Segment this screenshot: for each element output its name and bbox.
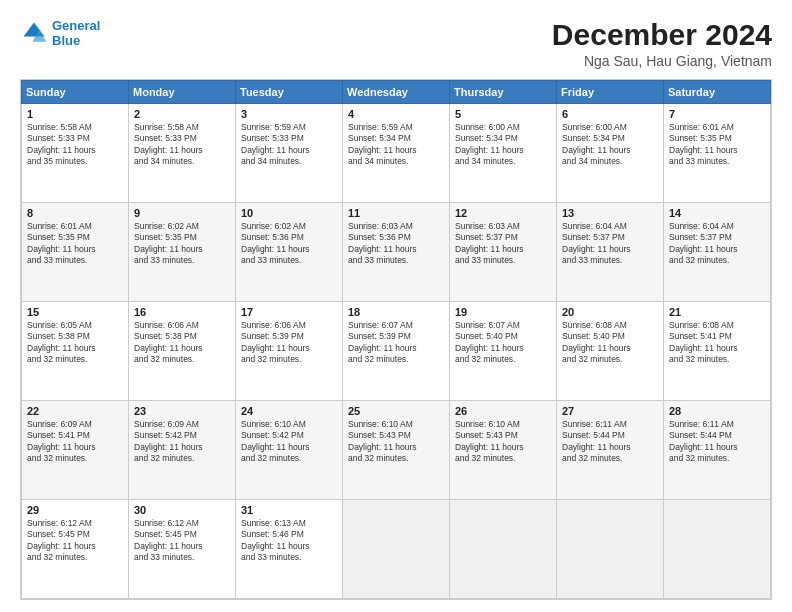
calendar-cell: 30Sunrise: 6:12 AM Sunset: 5:45 PM Dayli… [129,500,236,599]
header-day-wednesday: Wednesday [343,81,450,104]
day-number: 2 [134,108,230,120]
calendar-header: SundayMondayTuesdayWednesdayThursdayFrid… [22,81,771,104]
calendar-cell: 6Sunrise: 6:00 AM Sunset: 5:34 PM Daylig… [557,104,664,203]
day-info: Sunrise: 6:00 AM Sunset: 5:34 PM Dayligh… [562,122,658,168]
calendar-cell: 22Sunrise: 6:09 AM Sunset: 5:41 PM Dayli… [22,401,129,500]
calendar-cell: 16Sunrise: 6:06 AM Sunset: 5:38 PM Dayli… [129,302,236,401]
calendar-cell: 19Sunrise: 6:07 AM Sunset: 5:40 PM Dayli… [450,302,557,401]
day-number: 20 [562,306,658,318]
calendar-cell: 24Sunrise: 6:10 AM Sunset: 5:42 PM Dayli… [236,401,343,500]
main-title: December 2024 [552,18,772,51]
calendar-cell: 12Sunrise: 6:03 AM Sunset: 5:37 PM Dayli… [450,203,557,302]
day-number: 11 [348,207,444,219]
header-day-monday: Monday [129,81,236,104]
day-number: 4 [348,108,444,120]
day-info: Sunrise: 6:10 AM Sunset: 5:43 PM Dayligh… [348,419,444,465]
day-info: Sunrise: 6:09 AM Sunset: 5:42 PM Dayligh… [134,419,230,465]
day-number: 31 [241,504,337,516]
day-number: 23 [134,405,230,417]
calendar-cell: 3Sunrise: 5:59 AM Sunset: 5:33 PM Daylig… [236,104,343,203]
day-number: 24 [241,405,337,417]
day-number: 16 [134,306,230,318]
day-info: Sunrise: 6:10 AM Sunset: 5:42 PM Dayligh… [241,419,337,465]
day-number: 19 [455,306,551,318]
calendar-cell: 25Sunrise: 6:10 AM Sunset: 5:43 PM Dayli… [343,401,450,500]
logo: General Blue [20,18,100,48]
day-number: 25 [348,405,444,417]
header: General Blue December 2024 Nga Sau, Hau … [20,18,772,69]
calendar-week-3: 15Sunrise: 6:05 AM Sunset: 5:38 PM Dayli… [22,302,771,401]
calendar-cell: 23Sunrise: 6:09 AM Sunset: 5:42 PM Dayli… [129,401,236,500]
calendar-cell: 15Sunrise: 6:05 AM Sunset: 5:38 PM Dayli… [22,302,129,401]
day-info: Sunrise: 6:00 AM Sunset: 5:34 PM Dayligh… [455,122,551,168]
subtitle: Nga Sau, Hau Giang, Vietnam [552,53,772,69]
calendar-cell: 9Sunrise: 6:02 AM Sunset: 5:35 PM Daylig… [129,203,236,302]
day-info: Sunrise: 6:03 AM Sunset: 5:36 PM Dayligh… [348,221,444,267]
day-info: Sunrise: 6:11 AM Sunset: 5:44 PM Dayligh… [562,419,658,465]
logo-blue: Blue [52,33,100,48]
day-info: Sunrise: 6:11 AM Sunset: 5:44 PM Dayligh… [669,419,765,465]
calendar-week-2: 8Sunrise: 6:01 AM Sunset: 5:35 PM Daylig… [22,203,771,302]
day-number: 30 [134,504,230,516]
day-number: 6 [562,108,658,120]
day-info: Sunrise: 6:02 AM Sunset: 5:35 PM Dayligh… [134,221,230,267]
day-info: Sunrise: 6:01 AM Sunset: 5:35 PM Dayligh… [27,221,123,267]
day-number: 17 [241,306,337,318]
calendar-cell: 7Sunrise: 6:01 AM Sunset: 5:35 PM Daylig… [664,104,771,203]
calendar-cell: 11Sunrise: 6:03 AM Sunset: 5:36 PM Dayli… [343,203,450,302]
calendar-cell: 17Sunrise: 6:06 AM Sunset: 5:39 PM Dayli… [236,302,343,401]
day-info: Sunrise: 5:58 AM Sunset: 5:33 PM Dayligh… [134,122,230,168]
day-number: 1 [27,108,123,120]
calendar-week-5: 29Sunrise: 6:12 AM Sunset: 5:45 PM Dayli… [22,500,771,599]
day-number: 12 [455,207,551,219]
calendar-cell [343,500,450,599]
calendar-cell [664,500,771,599]
calendar-cell: 28Sunrise: 6:11 AM Sunset: 5:44 PM Dayli… [664,401,771,500]
calendar-cell: 2Sunrise: 5:58 AM Sunset: 5:33 PM Daylig… [129,104,236,203]
calendar-cell: 10Sunrise: 6:02 AM Sunset: 5:36 PM Dayli… [236,203,343,302]
calendar-cell: 20Sunrise: 6:08 AM Sunset: 5:40 PM Dayli… [557,302,664,401]
day-info: Sunrise: 6:06 AM Sunset: 5:39 PM Dayligh… [241,320,337,366]
day-info: Sunrise: 6:05 AM Sunset: 5:38 PM Dayligh… [27,320,123,366]
day-number: 29 [27,504,123,516]
calendar-cell: 14Sunrise: 6:04 AM Sunset: 5:37 PM Dayli… [664,203,771,302]
day-number: 26 [455,405,551,417]
title-block: December 2024 Nga Sau, Hau Giang, Vietna… [552,18,772,69]
day-number: 8 [27,207,123,219]
calendar-cell: 4Sunrise: 5:59 AM Sunset: 5:34 PM Daylig… [343,104,450,203]
header-day-friday: Friday [557,81,664,104]
logo-general: General [52,18,100,33]
day-info: Sunrise: 5:59 AM Sunset: 5:34 PM Dayligh… [348,122,444,168]
logo-icon [20,19,48,47]
day-info: Sunrise: 5:58 AM Sunset: 5:33 PM Dayligh… [27,122,123,168]
day-info: Sunrise: 6:12 AM Sunset: 5:45 PM Dayligh… [134,518,230,564]
calendar-week-1: 1Sunrise: 5:58 AM Sunset: 5:33 PM Daylig… [22,104,771,203]
day-info: Sunrise: 6:07 AM Sunset: 5:39 PM Dayligh… [348,320,444,366]
calendar-cell: 27Sunrise: 6:11 AM Sunset: 5:44 PM Dayli… [557,401,664,500]
day-number: 7 [669,108,765,120]
day-info: Sunrise: 6:04 AM Sunset: 5:37 PM Dayligh… [669,221,765,267]
day-number: 3 [241,108,337,120]
header-row: SundayMondayTuesdayWednesdayThursdayFrid… [22,81,771,104]
day-number: 27 [562,405,658,417]
day-info: Sunrise: 6:04 AM Sunset: 5:37 PM Dayligh… [562,221,658,267]
day-info: Sunrise: 6:10 AM Sunset: 5:43 PM Dayligh… [455,419,551,465]
calendar-cell: 26Sunrise: 6:10 AM Sunset: 5:43 PM Dayli… [450,401,557,500]
calendar-cell: 21Sunrise: 6:08 AM Sunset: 5:41 PM Dayli… [664,302,771,401]
header-day-tuesday: Tuesday [236,81,343,104]
calendar-cell [450,500,557,599]
day-number: 13 [562,207,658,219]
day-number: 22 [27,405,123,417]
day-info: Sunrise: 5:59 AM Sunset: 5:33 PM Dayligh… [241,122,337,168]
day-info: Sunrise: 6:12 AM Sunset: 5:45 PM Dayligh… [27,518,123,564]
day-number: 15 [27,306,123,318]
day-info: Sunrise: 6:07 AM Sunset: 5:40 PM Dayligh… [455,320,551,366]
calendar-cell: 13Sunrise: 6:04 AM Sunset: 5:37 PM Dayli… [557,203,664,302]
calendar-week-4: 22Sunrise: 6:09 AM Sunset: 5:41 PM Dayli… [22,401,771,500]
calendar-cell: 31Sunrise: 6:13 AM Sunset: 5:46 PM Dayli… [236,500,343,599]
calendar-cell: 8Sunrise: 6:01 AM Sunset: 5:35 PM Daylig… [22,203,129,302]
calendar: SundayMondayTuesdayWednesdayThursdayFrid… [20,79,772,600]
day-info: Sunrise: 6:02 AM Sunset: 5:36 PM Dayligh… [241,221,337,267]
day-number: 18 [348,306,444,318]
day-info: Sunrise: 6:09 AM Sunset: 5:41 PM Dayligh… [27,419,123,465]
